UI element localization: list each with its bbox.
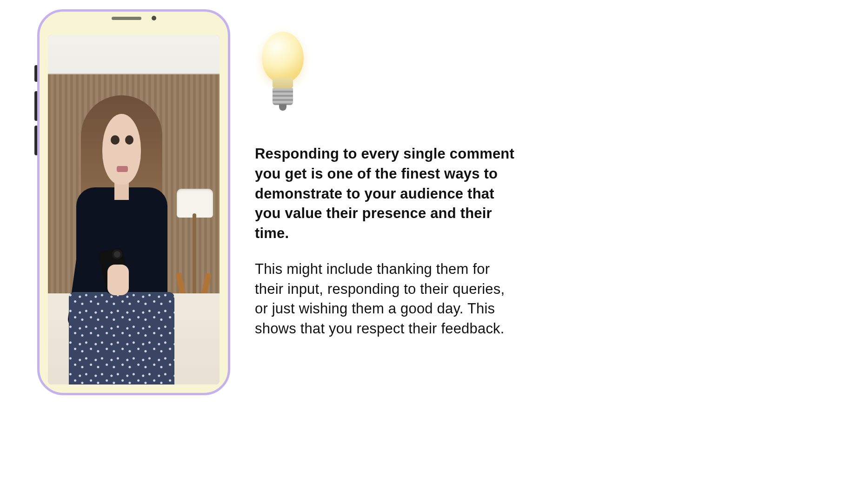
- phone-notch: [85, 11, 183, 26]
- lightbulb-icon: [255, 28, 311, 121]
- tip-paragraph-2: This might include thanking them for the…: [255, 259, 515, 339]
- phone-mockup: [37, 9, 230, 395]
- phone-front-camera-icon: [152, 16, 156, 20]
- selfie-photo: [48, 35, 220, 385]
- tip-paragraph-1: Responding to every single comment you g…: [255, 144, 515, 244]
- phone-speaker-icon: [112, 17, 141, 20]
- phone-screen: [48, 35, 220, 385]
- tip-content: Responding to every single comment you g…: [255, 28, 515, 355]
- phone-body: [37, 9, 230, 395]
